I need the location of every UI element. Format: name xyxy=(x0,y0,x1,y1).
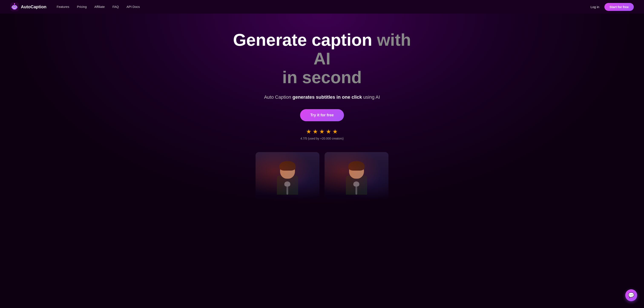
logo-text: AutoCaption xyxy=(21,4,46,9)
star-2: ★ xyxy=(313,128,318,135)
star-rating: ★ ★ ★ ★ ★ xyxy=(306,128,338,135)
nav-link-features[interactable]: Features xyxy=(57,5,69,8)
hero-subtitle-plain1: Auto Caption xyxy=(264,94,292,100)
hero-title-white: Generate caption xyxy=(233,30,377,49)
svg-point-4 xyxy=(13,6,14,7)
hero-section: Generate caption with AI in second Auto … xyxy=(0,13,644,212)
svg-rect-8 xyxy=(12,6,12,8)
nav-link-api-docs[interactable]: API Docs xyxy=(126,5,140,8)
person-figure-left xyxy=(275,152,300,199)
person-hair-right xyxy=(348,161,364,171)
rating-section: ★ ★ ★ ★ ★ 4.7/5 (used by +20.000 creator… xyxy=(300,128,344,140)
nav-link-pricing[interactable]: Pricing xyxy=(77,5,87,8)
logo-link[interactable]: AutoCaption xyxy=(10,2,46,11)
nav-link-affiliate[interactable]: Affiliate xyxy=(94,5,105,8)
person-hair-left xyxy=(280,161,296,171)
video-card-right xyxy=(324,152,388,199)
star-5: ★ xyxy=(332,128,338,135)
mic-stand-right xyxy=(356,184,357,195)
person-head-right xyxy=(349,163,364,179)
nav-link-faq[interactable]: FAQ xyxy=(112,5,119,8)
mic-head-right xyxy=(353,181,359,187)
person-head-left xyxy=(280,163,295,179)
person-silhouette-left xyxy=(275,161,300,199)
chat-icon: 💬 xyxy=(628,292,634,298)
start-for-free-button[interactable]: Start for free xyxy=(604,3,634,11)
person-figure-right xyxy=(344,152,369,199)
star-3: ★ xyxy=(319,128,324,135)
person-silhouette-right xyxy=(344,161,369,199)
hero-subtitle: Auto Caption generates subtitles in one … xyxy=(264,94,380,101)
star-4: ★ xyxy=(326,128,331,135)
video-placeholder-left xyxy=(256,152,320,199)
chat-button[interactable]: 💬 xyxy=(625,289,637,301)
svg-rect-9 xyxy=(16,6,18,8)
hero-subtitle-bold: generates subtitles in one click xyxy=(292,94,362,100)
svg-point-7 xyxy=(14,3,15,4)
video-card-left xyxy=(256,152,320,199)
mic-stand-left xyxy=(286,184,288,195)
hero-title-in-second: in second xyxy=(282,68,362,87)
try-it-for-free-button[interactable]: Try it for free xyxy=(300,109,344,121)
nav-left: AutoCaption Features Pricing Affiliate F… xyxy=(10,2,140,11)
logo-icon xyxy=(10,2,19,11)
login-link[interactable]: Log in xyxy=(590,5,599,9)
mic-head-left xyxy=(284,181,290,187)
nav-right: Log in Start for free xyxy=(590,3,634,11)
navbar: AutoCaption Features Pricing Affiliate F… xyxy=(0,0,644,13)
hero-title: Generate caption with AI in second xyxy=(226,31,418,87)
video-placeholder-right xyxy=(324,152,388,199)
star-1: ★ xyxy=(306,128,311,135)
video-preview-row xyxy=(245,152,399,199)
rating-text: 4.7/5 (used by +20.000 creators) xyxy=(300,137,344,140)
svg-point-5 xyxy=(15,6,16,7)
hero-subtitle-plain2: using AI xyxy=(362,94,380,100)
svg-rect-10 xyxy=(13,8,16,9)
nav-links: Features Pricing Affiliate FAQ API Docs xyxy=(57,5,140,9)
